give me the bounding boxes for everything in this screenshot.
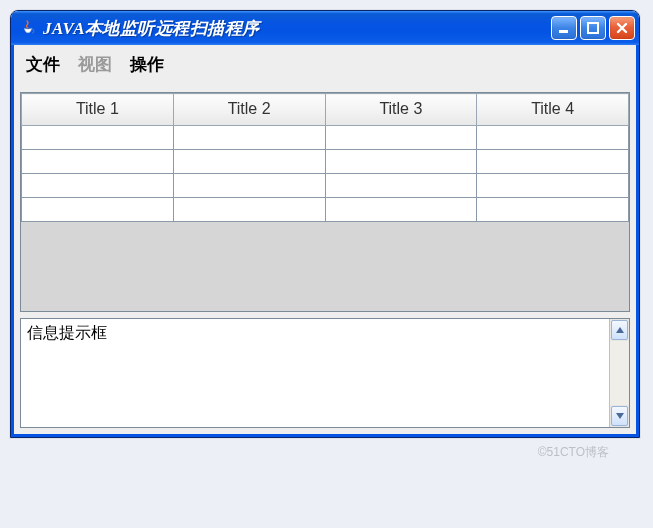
table-row[interactable] [22, 198, 629, 222]
table-cell[interactable] [477, 174, 629, 198]
column-header[interactable]: Title 1 [22, 94, 174, 126]
table-empty-area [21, 222, 629, 312]
java-cup-icon [19, 19, 37, 37]
table-cell[interactable] [325, 198, 477, 222]
table-row[interactable] [22, 174, 629, 198]
vertical-scrollbar[interactable] [609, 319, 629, 427]
minimize-button[interactable] [551, 16, 577, 40]
table-cell[interactable] [173, 198, 325, 222]
table-cell[interactable] [325, 150, 477, 174]
data-table-container: Title 1 Title 2 Title 3 Title 4 [20, 92, 630, 312]
maximize-button[interactable] [580, 16, 606, 40]
table-cell[interactable] [477, 198, 629, 222]
content-area: Title 1 Title 2 Title 3 Title 4 信息提示框 [14, 86, 636, 434]
table-cell[interactable] [22, 126, 174, 150]
scroll-up-button[interactable] [611, 320, 628, 340]
client-area: 文件 视图 操作 Title 1 Title 2 Title 3 Title 4 [11, 45, 639, 437]
data-table[interactable]: Title 1 Title 2 Title 3 Title 4 [21, 93, 629, 222]
table-cell[interactable] [22, 198, 174, 222]
table-cell[interactable] [22, 174, 174, 198]
svg-rect-1 [588, 23, 598, 33]
table-cell[interactable] [477, 150, 629, 174]
application-window: JAVA本地监听远程扫描程序 文件 视图 操作 [10, 10, 640, 438]
watermark-text: ©51CTO博客 [10, 438, 643, 461]
column-header[interactable]: Title 2 [173, 94, 325, 126]
table-header-row: Title 1 Title 2 Title 3 Title 4 [22, 94, 629, 126]
table-cell[interactable] [173, 174, 325, 198]
window-title: JAVA本地监听远程扫描程序 [43, 17, 551, 40]
close-button[interactable] [609, 16, 635, 40]
title-bar[interactable]: JAVA本地监听远程扫描程序 [11, 11, 639, 45]
menu-file[interactable]: 文件 [26, 53, 60, 76]
table-cell[interactable] [477, 126, 629, 150]
svg-rect-0 [559, 30, 568, 33]
table-cell[interactable] [325, 126, 477, 150]
scroll-track[interactable] [610, 341, 629, 405]
column-header[interactable]: Title 4 [477, 94, 629, 126]
table-cell[interactable] [325, 174, 477, 198]
table-cell[interactable] [22, 150, 174, 174]
menu-bar: 文件 视图 操作 [14, 45, 636, 86]
scroll-down-button[interactable] [611, 406, 628, 426]
menu-operate[interactable]: 操作 [130, 53, 164, 76]
message-box-container: 信息提示框 [20, 318, 630, 428]
table-row[interactable] [22, 150, 629, 174]
table-cell[interactable] [173, 150, 325, 174]
menu-view[interactable]: 视图 [78, 53, 112, 76]
table-cell[interactable] [173, 126, 325, 150]
message-box[interactable]: 信息提示框 [21, 319, 609, 427]
table-row[interactable] [22, 126, 629, 150]
column-header[interactable]: Title 3 [325, 94, 477, 126]
window-controls [551, 16, 635, 40]
